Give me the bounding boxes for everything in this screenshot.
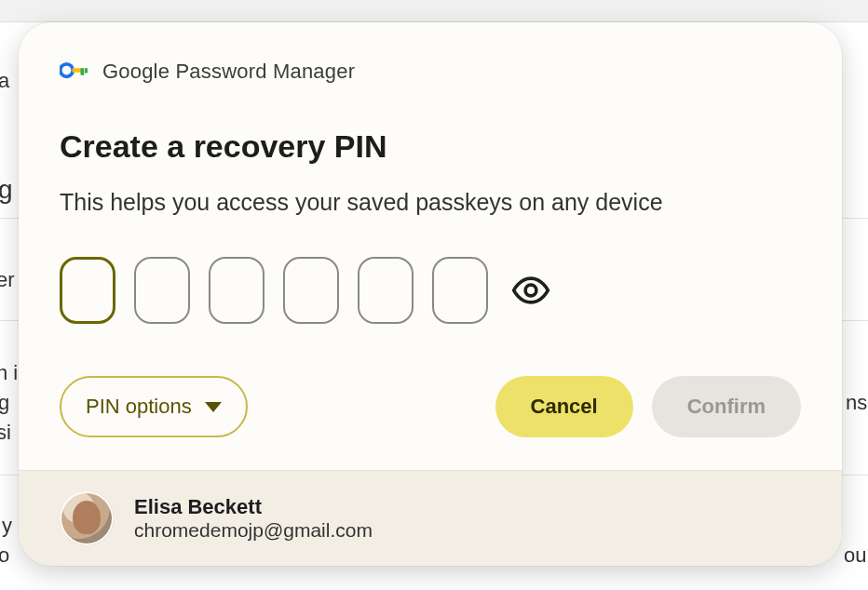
google-password-manager-icon: [60, 60, 88, 83]
svg-rect-3: [85, 68, 88, 73]
chevron-down-icon: [205, 402, 222, 412]
recovery-pin-dialog: Google Password Manager Create a recover…: [19, 22, 842, 566]
dialog-title: Create a recovery PIN: [60, 128, 801, 165]
pin-digit-1[interactable]: [60, 257, 115, 324]
pin-digit-4[interactable]: [283, 257, 339, 324]
dialog-subtitle: This helps you access your saved passkey…: [60, 189, 801, 216]
toggle-visibility-button[interactable]: [507, 266, 555, 315]
eye-icon: [510, 270, 551, 311]
bg-fragment: g: [0, 175, 13, 205]
pin-options-label: PIN options: [86, 395, 192, 419]
confirm-button[interactable]: Confirm: [652, 376, 801, 437]
svg-rect-1: [73, 68, 83, 73]
bg-fragment: o: [0, 543, 9, 568]
pin-digit-6[interactable]: [432, 257, 488, 324]
product-label: Google Password Manager: [102, 60, 355, 84]
dialog-actions: PIN options Cancel Confirm: [60, 376, 801, 437]
user-info: Elisa Beckett chromedemojp@gmail.com: [134, 495, 373, 542]
pin-digit-5[interactable]: [358, 257, 414, 324]
user-email: chromedemojp@gmail.com: [134, 519, 373, 542]
svg-point-4: [525, 285, 536, 296]
bg-fragment: si: [0, 421, 11, 445]
cancel-button[interactable]: Cancel: [495, 376, 633, 437]
bg-fragment: er: [0, 268, 15, 292]
pin-options-button[interactable]: PIN options: [60, 376, 248, 437]
bg-fragment: n i: [0, 361, 18, 385]
window-titlebar: [0, 0, 868, 22]
product-header: Google Password Manager: [60, 60, 801, 84]
pin-digit-2[interactable]: [134, 257, 190, 324]
pin-digit-3[interactable]: [209, 257, 264, 324]
bg-fragment: ou: [844, 543, 866, 568]
svg-point-0: [61, 64, 74, 77]
account-footer: Elisa Beckett chromedemojp@gmail.com: [19, 470, 842, 566]
user-name: Elisa Beckett: [134, 495, 373, 519]
pin-input-row: [60, 257, 801, 324]
bg-fragment: g: [0, 391, 9, 415]
svg-rect-2: [81, 68, 85, 75]
bg-fragment: ns: [846, 391, 867, 415]
dialog-right-actions: Cancel Confirm: [495, 376, 801, 437]
bg-fragment: a: [0, 69, 9, 93]
user-avatar: [60, 491, 114, 545]
dialog-body: Google Password Manager Create a recover…: [19, 22, 842, 470]
bg-fragment: y: [2, 514, 12, 538]
